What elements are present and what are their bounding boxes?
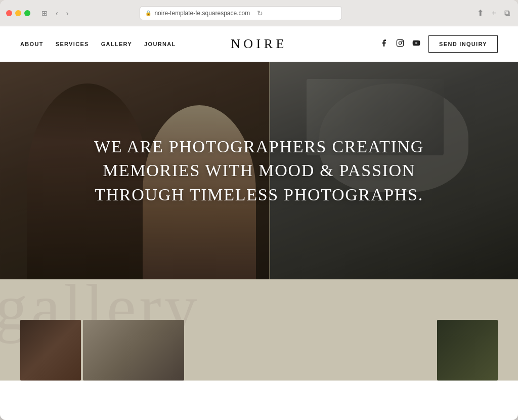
nav-link-services[interactable]: SERVICES	[56, 41, 89, 47]
youtube-icon[interactable]	[412, 39, 420, 49]
window-switcher-button[interactable]: ⊞	[38, 7, 51, 19]
nav-right: SEND INQUIRY	[259, 35, 498, 53]
gallery-section: gallery	[0, 279, 518, 381]
browser-actions: ⬆ + ⧉	[475, 6, 512, 20]
gallery-thumb-3[interactable]	[437, 320, 498, 381]
svg-rect-0	[397, 39, 403, 46]
forward-button[interactable]: ›	[63, 7, 72, 19]
site-logo[interactable]: NOIRE	[231, 36, 287, 52]
nav-left: ABOUT SERVICES GALLERY JOURNAL	[20, 41, 259, 47]
send-inquiry-button[interactable]: SEND INQUIRY	[428, 35, 498, 53]
nav-link-gallery[interactable]: GALLERY	[101, 41, 132, 47]
reload-icon[interactable]: ↻	[257, 9, 263, 17]
nav-link-journal[interactable]: JOURNAL	[144, 41, 176, 47]
browser-window: ⊞ ‹ › 🔒 noire-template-fe.squarespace.co…	[0, 0, 518, 420]
browser-controls: ⊞ ‹ ›	[38, 7, 71, 19]
gallery-thumb-1[interactable]	[20, 320, 81, 381]
gallery-thumbnails	[0, 320, 518, 381]
lock-icon: 🔒	[145, 10, 151, 16]
maximize-button[interactable]	[24, 10, 30, 16]
nav-link-about[interactable]: ABOUT	[20, 41, 44, 47]
hero-content: WE ARE PHOTOGRAPHERS CREATING MEMORIES W…	[0, 62, 518, 279]
svg-point-2	[402, 41, 402, 41]
back-button[interactable]: ‹	[53, 7, 61, 19]
navigation: ABOUT SERVICES GALLERY JOURNAL NOIRE SEN…	[0, 26, 518, 62]
traffic-lights	[6, 10, 30, 16]
hero-section: WE ARE PHOTOGRAPHERS CREATING MEMORIES W…	[0, 62, 518, 279]
hero-headline: WE ARE PHOTOGRAPHERS CREATING MEMORIES W…	[87, 135, 431, 207]
close-button[interactable]	[6, 10, 12, 16]
svg-point-1	[399, 41, 401, 44]
instagram-icon[interactable]	[396, 39, 404, 49]
window-button[interactable]: ⧉	[502, 7, 512, 20]
website-content: ABOUT SERVICES GALLERY JOURNAL NOIRE SEN…	[0, 26, 518, 420]
address-bar[interactable]: 🔒 noire-template-fe.squarespace.com ↻	[140, 6, 342, 20]
browser-chrome: ⊞ ‹ › 🔒 noire-template-fe.squarespace.co…	[0, 0, 518, 26]
url-text: noire-template-fe.squarespace.com	[154, 10, 250, 17]
gallery-thumb-2[interactable]	[83, 320, 184, 381]
share-button[interactable]: ⬆	[475, 6, 486, 20]
new-tab-button[interactable]: +	[490, 7, 498, 20]
facebook-icon[interactable]	[380, 39, 388, 49]
minimize-button[interactable]	[15, 10, 21, 16]
